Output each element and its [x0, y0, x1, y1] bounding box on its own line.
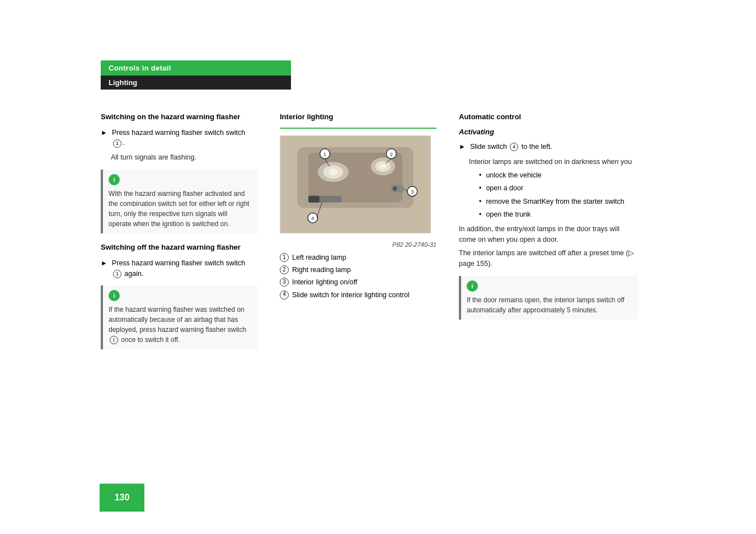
svg-text:3: 3: [411, 189, 414, 195]
numbered-item-3: 3 Interior lighting on/off: [280, 277, 436, 287]
page-container: Controls in detail Lighting Switching on…: [0, 0, 756, 534]
page-number: 130: [115, 493, 130, 503]
numbered-item-4: 4 Slide switch for interior lighting con…: [280, 290, 436, 300]
left-column: Switching on the hazard warning flasher …: [101, 112, 257, 356]
info-box-1-text: With the hazard warning flasher activate…: [109, 189, 252, 229]
interior-image-box: 1 2 3 4: [280, 135, 431, 233]
interior-lamps-intro: Interior lamps are switched on in darkne…: [459, 157, 638, 167]
dot-item-smartkey: remove the SmartKey from the starter swi…: [475, 196, 638, 207]
right-column: Automatic control Activating ► Slide swi…: [459, 112, 638, 356]
slide-switch-bullet: ► Slide switch 4 to the left.: [459, 142, 638, 152]
svg-point-8: [379, 164, 386, 170]
dot-item-unlock: unlock the vehicle: [475, 170, 638, 180]
num-circle-1: 1: [280, 253, 289, 262]
interior-lighting-title: Interior lighting: [280, 112, 436, 122]
dot-item-trunk: open the trunk: [475, 209, 638, 219]
svg-text:1: 1: [323, 151, 327, 157]
dot-item-door: open a door: [475, 183, 638, 193]
page-number-box: 130: [100, 484, 144, 512]
circle-1-off: 1: [113, 270, 121, 278]
all-turn-signals-text: All turn signals are flashing.: [101, 152, 257, 163]
info-box-right: i If the door remains open, the interior…: [459, 276, 638, 320]
interior-diagram-svg: 1 2 3 4: [280, 136, 430, 233]
info-box-1: i With the hazard warning flasher activa…: [101, 170, 257, 233]
item-1-text: Left reading lamp: [292, 252, 346, 263]
dot-items-list: unlock the vehicle open a door remove th…: [459, 170, 638, 219]
switch-off-bullet: ► Press hazard warning flasher switch sw…: [101, 258, 257, 278]
num-circle-4: 4: [280, 291, 289, 299]
svg-point-5: [329, 169, 338, 176]
info-box-2: i If the hazard warning flasher was swit…: [101, 285, 257, 349]
svg-text:2: 2: [390, 151, 393, 157]
circle-1-info2: 1: [110, 336, 118, 344]
svg-rect-12: [308, 196, 320, 203]
item-3-text: Interior lighting on/off: [292, 277, 358, 287]
image-caption: P82 20-2740-31: [280, 241, 436, 248]
info-icon-1: i: [109, 174, 120, 185]
info-box-right-text: If the door remains open, the interior l…: [467, 295, 632, 315]
info-icon-right: i: [467, 280, 478, 292]
entry-exit-lamps-text: In addition, the entry/exit lamps in the…: [459, 224, 638, 245]
svg-rect-10: [393, 186, 397, 191]
item-4-text: Slide switch for interior lighting contr…: [292, 290, 410, 300]
circle-1-on: 1: [113, 139, 121, 148]
preset-time-text: The interior lamps are switched off afte…: [459, 248, 638, 269]
switch-on-bullet-text: Press hazard warning flasher switch swit…: [112, 128, 257, 148]
num-circle-3: 3: [280, 278, 289, 287]
item-2-text: Right reading lamp: [292, 265, 351, 275]
content-area: Switching on the hazard warning flasher …: [101, 112, 660, 356]
controls-detail-label: Controls in detail: [109, 64, 171, 72]
switch-off-title: Switching off the hazard warning flasher: [101, 242, 257, 252]
num-circle-2: 2: [280, 265, 289, 274]
arrow-icon-2: ►: [101, 259, 107, 268]
numbered-item-1: 1 Left reading lamp: [280, 252, 436, 263]
activating-subtitle: Activating: [459, 128, 638, 136]
slide-switch-text: Slide switch 4 to the left.: [470, 142, 638, 152]
lighting-label: Lighting: [109, 78, 137, 87]
numbered-item-2: 2 Right reading lamp: [280, 265, 436, 275]
circle-4: 4: [510, 143, 518, 151]
section-divider: [280, 128, 436, 129]
switch-on-title: Switching on the hazard warning flasher: [101, 112, 257, 122]
middle-column: Interior lighting: [280, 112, 436, 356]
svg-text:4: 4: [311, 215, 314, 221]
switch-on-bullet: ► Press hazard warning flasher switch sw…: [101, 128, 257, 148]
header-section: Controls in detail Lighting: [101, 60, 291, 90]
automatic-control-title: Automatic control: [459, 112, 638, 122]
info-box-2-text: If the hazard warning flasher was switch…: [109, 305, 252, 345]
controls-detail-bar: Controls in detail: [101, 60, 291, 76]
info-icon-2: i: [109, 290, 120, 301]
lighting-bar: Lighting: [101, 76, 291, 90]
numbered-items-list: 1 Left reading lamp 2 Right reading lamp…: [280, 252, 436, 300]
arrow-icon-3: ►: [459, 142, 466, 152]
arrow-icon: ►: [101, 128, 107, 138]
switch-off-bullet-text: Press hazard warning flasher switch swit…: [112, 258, 257, 278]
